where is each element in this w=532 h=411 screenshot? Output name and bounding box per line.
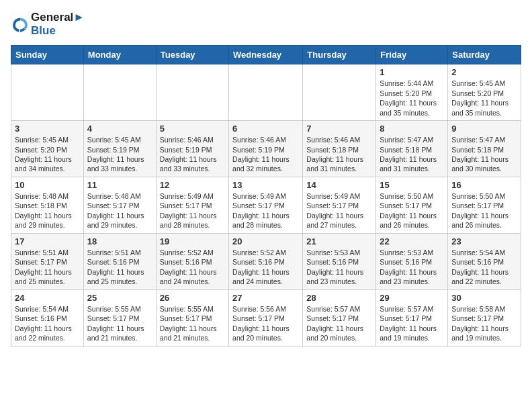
cell-content-line: Sunset: 5:16 PM	[15, 314, 80, 323]
calendar-cell	[11, 64, 84, 121]
cell-content-line: Sunset: 5:20 PM	[380, 89, 444, 98]
day-number: 26	[160, 293, 225, 303]
cell-content-line: Sunset: 5:18 PM	[306, 145, 372, 154]
day-number: 3	[15, 124, 80, 134]
cell-content-line: Sunrise: 5:49 AM	[306, 191, 372, 201]
cell-content-line: Sunrise: 5:54 AM	[451, 248, 517, 257]
day-number: 27	[232, 293, 299, 303]
cell-content-line: Sunrise: 5:50 AM	[380, 191, 444, 201]
calendar-cell: 5Sunrise: 5:46 AMSunset: 5:19 PMDaylight…	[156, 121, 228, 177]
cell-content-line: Sunrise: 5:53 AM	[380, 248, 444, 257]
cell-content-line: Sunset: 5:20 PM	[451, 89, 517, 98]
day-number: 28	[306, 293, 372, 303]
day-number: 22	[380, 236, 444, 246]
cell-content-line: Daylight: 11 hours and 25 minutes.	[87, 267, 152, 287]
logo-icon	[11, 15, 30, 34]
calendar-cell: 3Sunrise: 5:45 AMSunset: 5:20 PMDaylight…	[11, 121, 84, 177]
calendar-table: SundayMondayTuesdayWednesdayThursdayFrid…	[11, 45, 521, 347]
weekday-header-tuesday: Tuesday	[156, 46, 228, 64]
day-number: 20	[232, 236, 299, 246]
cell-content-line: Sunset: 5:17 PM	[160, 201, 225, 210]
cell-content-line: Sunset: 5:19 PM	[232, 145, 299, 154]
calendar-cell: 11Sunrise: 5:48 AMSunset: 5:17 PMDayligh…	[83, 177, 156, 233]
day-number: 18	[87, 236, 152, 246]
cell-content-line: Daylight: 11 hours and 26 minutes.	[380, 211, 444, 230]
cell-content-line: Daylight: 11 hours and 21 minutes.	[87, 324, 152, 343]
cell-content-line: Sunset: 5:17 PM	[380, 314, 444, 323]
weekday-header-monday: Monday	[83, 46, 156, 64]
cell-content-line: Sunset: 5:16 PM	[160, 257, 225, 267]
day-number: 10	[15, 180, 80, 190]
cell-content-line: Sunset: 5:16 PM	[87, 257, 152, 267]
cell-content-line: Sunrise: 5:45 AM	[87, 135, 152, 144]
cell-content-line: Sunrise: 5:48 AM	[15, 191, 80, 201]
calendar-week-row: 24Sunrise: 5:54 AMSunset: 5:16 PMDayligh…	[11, 289, 521, 346]
cell-content-line: Sunset: 5:18 PM	[15, 201, 80, 210]
calendar-cell: 19Sunrise: 5:52 AMSunset: 5:16 PMDayligh…	[156, 233, 228, 289]
cell-content-line: Daylight: 11 hours and 24 minutes.	[232, 267, 299, 287]
calendar-cell: 7Sunrise: 5:46 AMSunset: 5:18 PMDaylight…	[303, 121, 376, 177]
cell-content-line: Sunrise: 5:49 AM	[232, 191, 299, 201]
calendar-cell	[229, 64, 303, 121]
cell-content-line: Daylight: 11 hours and 31 minutes.	[380, 154, 444, 174]
cell-content-line: Sunrise: 5:44 AM	[380, 79, 444, 88]
cell-content-line: Sunset: 5:17 PM	[306, 201, 372, 210]
day-number: 25	[87, 293, 152, 303]
cell-content-line: Sunset: 5:16 PM	[380, 257, 444, 267]
day-number: 2	[451, 67, 517, 77]
calendar-cell: 14Sunrise: 5:49 AMSunset: 5:17 PMDayligh…	[303, 177, 376, 233]
cell-content-line: Daylight: 11 hours and 33 minutes.	[160, 154, 225, 174]
cell-content-line: Sunrise: 5:51 AM	[87, 248, 152, 257]
calendar-cell: 1Sunrise: 5:44 AMSunset: 5:20 PMDaylight…	[376, 64, 448, 121]
calendar-cell: 4Sunrise: 5:45 AMSunset: 5:19 PMDaylight…	[83, 121, 156, 177]
cell-content-line: Sunrise: 5:49 AM	[160, 191, 225, 201]
calendar-cell: 24Sunrise: 5:54 AMSunset: 5:16 PMDayligh…	[11, 289, 84, 346]
cell-content-line: Daylight: 11 hours and 26 minutes.	[451, 211, 517, 230]
day-number: 19	[160, 236, 225, 246]
cell-content-line: Sunset: 5:17 PM	[232, 201, 299, 210]
cell-content-line: Sunrise: 5:53 AM	[306, 248, 372, 257]
calendar-cell: 30Sunrise: 5:58 AMSunset: 5:17 PMDayligh…	[448, 289, 521, 346]
cell-content-line: Daylight: 11 hours and 27 minutes.	[306, 211, 372, 230]
day-number: 11	[87, 180, 152, 190]
calendar-week-row: 17Sunrise: 5:51 AMSunset: 5:17 PMDayligh…	[11, 233, 521, 289]
cell-content-line: Daylight: 11 hours and 22 minutes.	[451, 267, 517, 287]
day-number: 7	[306, 124, 372, 134]
logo-text: General► Blue	[31, 11, 85, 37]
cell-content-line: Daylight: 11 hours and 35 minutes.	[451, 98, 517, 118]
cell-content-line: Sunset: 5:17 PM	[232, 314, 299, 323]
cell-content-line: Daylight: 11 hours and 33 minutes.	[87, 154, 152, 174]
cell-content-line: Sunset: 5:16 PM	[451, 257, 517, 267]
cell-content-line: Daylight: 11 hours and 35 minutes.	[380, 98, 444, 118]
day-number: 12	[160, 180, 225, 190]
calendar-cell: 16Sunrise: 5:50 AMSunset: 5:17 PMDayligh…	[448, 177, 521, 233]
cell-content-line: Sunset: 5:17 PM	[87, 201, 152, 210]
cell-content-line: Sunset: 5:17 PM	[306, 314, 372, 323]
cell-content-line: Daylight: 11 hours and 20 minutes.	[306, 324, 372, 343]
cell-content-line: Daylight: 11 hours and 28 minutes.	[232, 211, 299, 230]
cell-content-line: Sunrise: 5:51 AM	[15, 248, 80, 257]
calendar-cell: 21Sunrise: 5:53 AMSunset: 5:16 PMDayligh…	[303, 233, 376, 289]
cell-content-line: Sunrise: 5:48 AM	[87, 191, 152, 201]
day-number: 6	[232, 124, 299, 134]
weekday-header-thursday: Thursday	[303, 46, 376, 64]
cell-content-line: Daylight: 11 hours and 19 minutes.	[380, 324, 444, 343]
calendar-cell: 20Sunrise: 5:52 AMSunset: 5:16 PMDayligh…	[229, 233, 303, 289]
cell-content-line: Sunset: 5:18 PM	[380, 145, 444, 154]
cell-content-line: Sunset: 5:17 PM	[451, 314, 517, 323]
calendar-cell: 2Sunrise: 5:45 AMSunset: 5:20 PMDaylight…	[448, 64, 521, 121]
day-number: 14	[306, 180, 372, 190]
cell-content-line: Sunrise: 5:46 AM	[160, 135, 225, 144]
calendar-cell: 18Sunrise: 5:51 AMSunset: 5:16 PMDayligh…	[83, 233, 156, 289]
cell-content-line: Sunset: 5:17 PM	[380, 201, 444, 210]
cell-content-line: Sunrise: 5:55 AM	[160, 304, 225, 314]
weekday-header-saturday: Saturday	[448, 46, 521, 64]
day-number: 9	[451, 124, 517, 134]
calendar-week-row: 1Sunrise: 5:44 AMSunset: 5:20 PMDaylight…	[11, 64, 521, 121]
day-number: 1	[380, 67, 444, 77]
cell-content-line: Daylight: 11 hours and 28 minutes.	[160, 211, 225, 230]
cell-content-line: Daylight: 11 hours and 25 minutes.	[15, 267, 80, 287]
calendar-cell: 10Sunrise: 5:48 AMSunset: 5:18 PMDayligh…	[11, 177, 84, 233]
cell-content-line: Daylight: 11 hours and 23 minutes.	[306, 267, 372, 287]
calendar-cell: 17Sunrise: 5:51 AMSunset: 5:17 PMDayligh…	[11, 233, 84, 289]
